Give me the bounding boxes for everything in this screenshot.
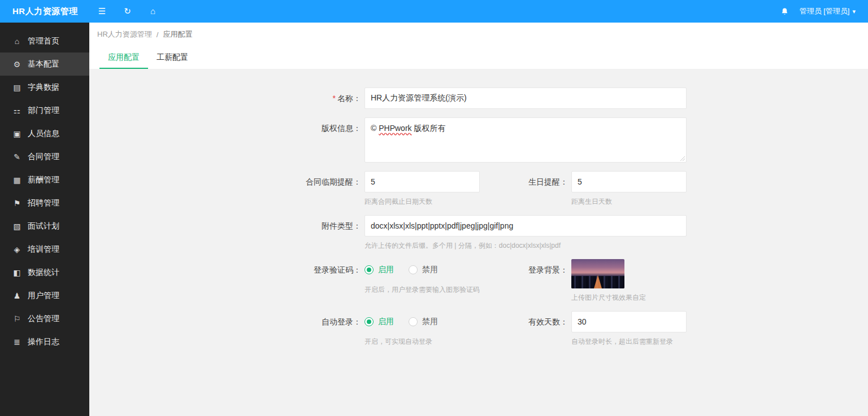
- notification-bell-icon[interactable]: [774, 0, 796, 23]
- breadcrumb-current: 应用配置: [163, 29, 192, 40]
- required-asterisk: *: [333, 94, 336, 103]
- contract-due-label: 合同临期提醒：: [89, 171, 364, 192]
- form-row-autologin: 自动登录： 启用 禁用 开启，可实现自动登录: [89, 311, 868, 347]
- top-header: HR人力资源管理 ☰ ↻ ⌂ 管理员 [管理员] ▾: [0, 0, 868, 23]
- main-panel: HR人力资源管理 / 应用配置 应用配置 工薪配置 *名称：: [89, 23, 868, 416]
- sidebar-item-recruitment[interactable]: ⚑ 招聘管理: [0, 191, 89, 214]
- sidebar-item-salary[interactable]: ▦ 薪酬管理: [0, 168, 89, 191]
- form-row-attachment: 附件类型： 允许上传的文件后缀。多个用 | 分隔，例如：doc|docx|xls…: [89, 215, 868, 251]
- salary-calculator-icon: ▦: [12, 176, 21, 185]
- interview-file-icon: ▧: [12, 222, 21, 231]
- radio-unselected-icon: [409, 265, 418, 274]
- radio-selected-icon: [364, 265, 374, 274]
- header-right: 管理员 [管理员] ▾: [774, 0, 868, 23]
- sidebar-item-label: 数据统计: [28, 268, 59, 278]
- collapse-menu-icon[interactable]: ☰: [89, 0, 115, 23]
- tab-app-config[interactable]: 应用配置: [99, 46, 148, 69]
- auto-login-disable-radio[interactable]: 禁用: [409, 317, 438, 327]
- breadcrumb-separator: /: [157, 30, 159, 39]
- radio-unselected-icon: [409, 317, 418, 326]
- personnel-idcard-icon: ▣: [12, 129, 21, 138]
- sidebar-item-label: 字典数据: [28, 82, 59, 93]
- auto-login-label: 自动登录：: [89, 311, 364, 332]
- sidebar-item-basic-config[interactable]: ⚙ 基本配置: [0, 52, 89, 76]
- sidebar-item-dictionary[interactable]: ▤ 字典数据: [0, 76, 89, 99]
- sidebar-item-label: 招聘管理: [28, 198, 59, 208]
- form-row-captcha: 登录验证码： 启用 禁用 开启后，用户登录需要输入: [89, 259, 868, 303]
- breadcrumb: HR人力资源管理 / 应用配置: [89, 23, 868, 46]
- copyright-prefix: ©: [371, 124, 379, 133]
- birthday-label: 生日提醒：: [480, 171, 571, 192]
- sidebar-item-personnel[interactable]: ▣ 人员信息: [0, 122, 89, 145]
- captcha-label: 登录验证码：: [89, 259, 364, 281]
- sidebar-item-announcement[interactable]: ⚐ 公告管理: [0, 307, 89, 330]
- user-icon: ♟: [12, 291, 21, 300]
- chevron-down-icon: ▾: [852, 8, 856, 15]
- form-content: *名称： 版权信息： © PHPwork 版权所有: [89, 69, 868, 416]
- radio-selected-icon: [364, 317, 374, 326]
- refresh-icon[interactable]: ↻: [115, 0, 140, 23]
- attachment-input[interactable]: [364, 215, 687, 237]
- sidebar-item-label: 薪酬管理: [28, 175, 59, 185]
- sidebar-item-department[interactable]: ⚏ 部门管理: [0, 99, 89, 122]
- sidebar-item-label: 面试计划: [28, 221, 59, 231]
- copyright-suffix: 版权所有: [412, 124, 446, 133]
- sidebar-item-label: 用户管理: [28, 291, 59, 301]
- sidebar-item-home[interactable]: ⌂ 管理首页: [0, 29, 89, 52]
- contract-due-hint: 距离合同截止日期天数: [364, 197, 480, 207]
- captcha-enable-radio[interactable]: 启用: [364, 265, 394, 275]
- sidebar-nav: ⌂ 管理首页 ⚙ 基本配置 ▤ 字典数据 ⚏ 部门管理 ▣ 人员信息 ✎ 合同管…: [0, 23, 89, 416]
- copyright-label: 版权信息：: [89, 117, 364, 139]
- sidebar-item-label: 基本配置: [28, 59, 59, 69]
- birthday-hint: 距离生日天数: [571, 197, 687, 207]
- sidebar-item-label: 管理首页: [28, 36, 59, 46]
- captcha-hint: 开启后，用户登录需要输入图形验证码: [364, 285, 480, 295]
- sidebar-item-statistics[interactable]: ◧ 数据统计: [0, 261, 89, 284]
- sidebar-item-label: 部门管理: [28, 106, 59, 116]
- name-input[interactable]: [364, 87, 687, 109]
- sidebar-item-label: 操作日志: [28, 337, 59, 347]
- valid-days-hint: 自动登录时长，超出后需重新登录: [571, 337, 687, 347]
- tab-salary-config[interactable]: 工薪配置: [148, 46, 197, 69]
- announcement-speaker-icon: ⚐: [12, 314, 21, 323]
- form-row-reminders: 合同临期提醒： 距离合同截止日期天数 生日提醒： 距离生日天数: [89, 171, 868, 207]
- department-sitemap-icon: ⚏: [12, 106, 21, 115]
- login-background-image[interactable]: [571, 259, 624, 288]
- form-row-name: *名称：: [89, 87, 868, 109]
- sidebar-item-contract[interactable]: ✎ 合同管理: [0, 145, 89, 168]
- attachment-label: 附件类型：: [89, 215, 364, 237]
- birthday-input[interactable]: [571, 171, 687, 192]
- auto-login-enable-radio[interactable]: 启用: [364, 317, 394, 327]
- home-icon: ⌂: [12, 37, 21, 46]
- valid-days-input[interactable]: [571, 311, 687, 332]
- form-row-copyright: 版权信息： © PHPwork 版权所有: [89, 117, 868, 163]
- auto-login-hint: 开启，可实现自动登录: [364, 337, 480, 347]
- name-label: *名称：: [89, 87, 364, 109]
- sidebar-item-label: 合同管理: [28, 152, 59, 162]
- valid-days-label: 有效天数：: [480, 311, 571, 332]
- tab-bar: 应用配置 工薪配置: [89, 46, 868, 69]
- captcha-disable-radio[interactable]: 禁用: [409, 265, 438, 275]
- breadcrumb-root[interactable]: HR人力资源管理: [97, 29, 152, 40]
- logs-list-icon: ≣: [12, 338, 21, 347]
- sidebar-item-training[interactable]: ◈ 培训管理: [0, 238, 89, 261]
- login-bg-label: 登录背景：: [480, 259, 571, 281]
- sidebar-item-logs[interactable]: ≣ 操作日志: [0, 330, 89, 353]
- app-window: HR人力资源管理 ☰ ↻ ⌂ 管理员 [管理员] ▾ ⌂ 管理首页: [0, 0, 868, 416]
- copyright-brand: PHPwork: [379, 124, 411, 133]
- dictionary-book-icon: ▤: [12, 83, 21, 92]
- login-bg-hint: 上传图片尺寸视效果自定: [571, 293, 687, 303]
- sidebar-item-interview[interactable]: ▧ 面试计划: [0, 214, 89, 238]
- header-toolbar: ☰ ↻ ⌂: [89, 0, 166, 23]
- home-icon[interactable]: ⌂: [140, 0, 166, 23]
- user-dropdown[interactable]: 管理员 [管理员] ▾: [796, 0, 859, 23]
- attachment-hint: 允许上传的文件后缀。多个用 | 分隔，例如：doc|docx|xlsx|xls|…: [364, 241, 687, 251]
- training-icon: ◈: [12, 245, 21, 254]
- statistics-chart-icon: ◧: [12, 268, 21, 277]
- user-label: 管理员 [管理员]: [800, 6, 850, 16]
- sidebar-item-users[interactable]: ♟ 用户管理: [0, 284, 89, 307]
- copyright-textarea[interactable]: © PHPwork 版权所有: [364, 117, 687, 163]
- contract-due-input[interactable]: [364, 171, 480, 192]
- settings-gear-icon: ⚙: [12, 60, 21, 69]
- sidebar-item-label: 人员信息: [28, 129, 59, 139]
